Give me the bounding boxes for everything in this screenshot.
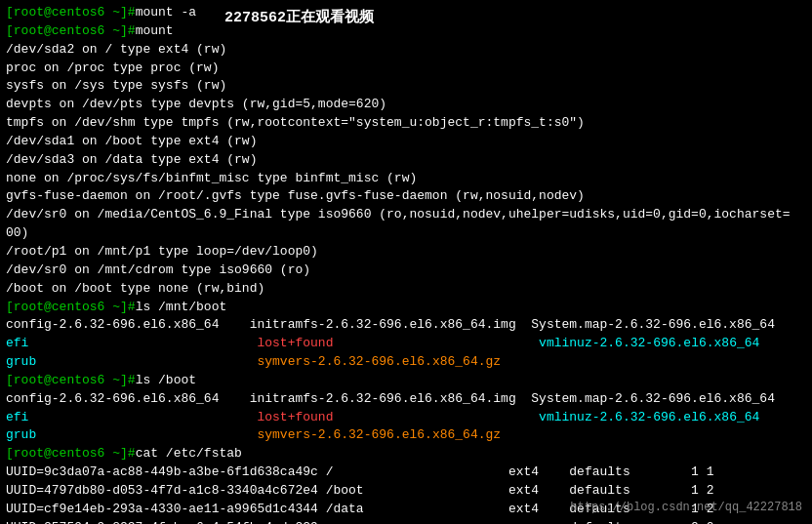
- terminal-window: 2278562正在观看视频 [root@centos6 ~]#mount -a …: [0, 0, 812, 524]
- terminal-line: /root/p1 on /mnt/p1 type loop=/dev/loop0…: [6, 243, 806, 262]
- terminal-line: config-2.6.32-696.el6.x86_64 initramfs-2…: [6, 390, 806, 409]
- terminal-line: proc on /proc type proc (rw): [6, 60, 806, 78]
- terminal-line: sysfs on /sys type sysfs (rw): [6, 77, 806, 96]
- prompt: [root@centos6 ~]#: [6, 446, 136, 461]
- terminal-line: /dev/sda1 on /boot type ext4 (rw): [6, 133, 806, 151]
- terminal-line: /boot on /boot type none (rw,bind): [6, 280, 806, 299]
- footer-url: https://blog.csdn.net/qq_42227818: [570, 500, 802, 516]
- terminal-line: config-2.6.32-696.el6.x86_64 initramfs-2…: [6, 316, 806, 335]
- terminal-line: UUID=9c3da07a-ac88-449b-a3be-6f1d638ca49…: [6, 464, 806, 482]
- terminal-line: [root@centos6 ~]#mount -a: [6, 4, 806, 22]
- prompt: [root@centos6 ~]#: [6, 23, 136, 38]
- terminal-line: /dev/sr0 on /mnt/cdrom type iso9660 (ro): [6, 262, 806, 280]
- terminal-line: /dev/sr0 on /media/CentOS_6.9_Final type…: [6, 206, 806, 224]
- terminal-line: tmpfs on /dev/shm type tmpfs (rw,rootcon…: [6, 114, 806, 133]
- terminal-line: none on /proc/sys/fs/binfmt_misc type bi…: [6, 170, 806, 188]
- prompt: [root@centos6 ~]#: [6, 5, 136, 20]
- terminal-line: efi lost+found vmlinuz-2.6.32-696.el6.x8…: [6, 409, 806, 427]
- terminal-line: grub symvers-2.6.32-696.el6.x86_64.gz: [6, 426, 806, 445]
- terminal-line: 00): [6, 224, 806, 243]
- terminal-line: gvfs-fuse-daemon on /root/.gvfs type fus…: [6, 187, 806, 206]
- terminal-line: efi lost+found vmlinuz-2.6.32-696.el6.x8…: [6, 335, 806, 353]
- watermark-text: 2278562正在观看视频: [224, 8, 374, 29]
- terminal-line: [root@centos6 ~]#mount: [6, 22, 806, 41]
- terminal-line: /dev/sda3 on /data type ext4 (rw): [6, 151, 806, 170]
- terminal-line: devpts on /dev/pts type devpts (rw,gid=5…: [6, 96, 806, 114]
- prompt: [root@centos6 ~]#: [6, 300, 136, 314]
- terminal-line: /dev/sda2 on / type ext4 (rw): [6, 41, 806, 60]
- terminal-line: UUID=4797db80-d053-4f7d-a1c8-3340a4c672e…: [6, 482, 806, 501]
- terminal-line: grub symvers-2.6.32-696.el6.x86_64.gz: [6, 353, 806, 372]
- terminal-line: UUID=257594e9-8237-4fab-a6e4-54fbe4cda32…: [6, 519, 806, 524]
- terminal-line: [root@centos6 ~]#ls /boot: [6, 372, 806, 390]
- prompt: [root@centos6 ~]#: [6, 373, 136, 387]
- terminal-line: [root@centos6 ~]#ls /mnt/boot: [6, 299, 806, 317]
- terminal-line: [root@centos6 ~]#cat /etc/fstab: [6, 445, 806, 464]
